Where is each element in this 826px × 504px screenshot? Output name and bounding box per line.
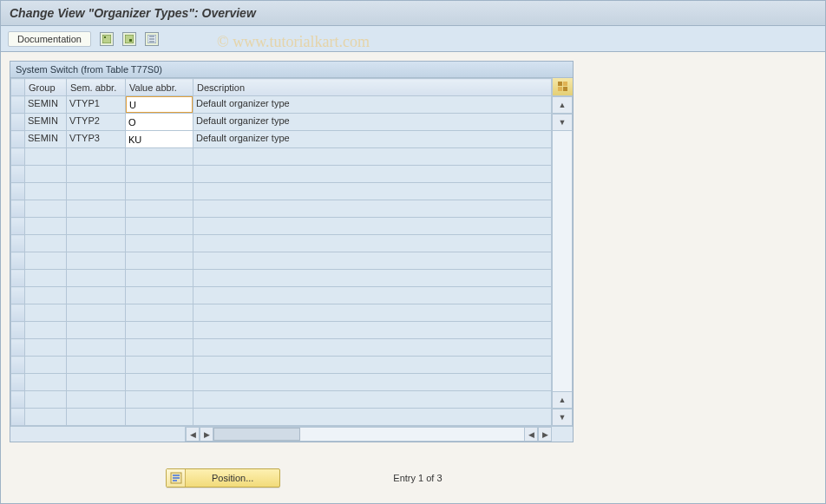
cell-group: SEMIN [25,114,66,130]
entry-counter: Entry 1 of 3 [393,473,442,483]
cell-val-input[interactable] [126,131,193,147]
row-selector[interactable] [11,200,25,218]
svg-rect-0 [102,35,111,43]
hscroll-thumb[interactable] [213,428,300,441]
table-row-empty [11,218,552,235]
bottom-bar: Position... Entry 1 of 3 [166,468,816,488]
watermark-text: © www.tutorialkart.com [217,33,370,51]
row-selector[interactable] [11,183,25,200]
documentation-button[interactable]: Documentation [8,31,91,47]
col-header-desc[interactable]: Description [193,79,552,96]
cell-sem: VTYP2 [67,114,125,130]
row-selector[interactable] [11,287,25,304]
table-row-empty [11,235,552,252]
svg-rect-11 [563,87,567,91]
row-selector[interactable] [11,131,25,148]
table-row-empty [11,200,552,218]
cell-val-input[interactable] [126,114,193,130]
hscroll-spacer [10,427,186,442]
row-selector[interactable] [11,409,25,426]
row-selector[interactable] [11,235,25,252]
page-title: Change View "Organizer Types": Overview [1,1,825,26]
row-selector[interactable] [11,391,25,409]
row-selector[interactable] [11,166,25,183]
table-row-empty [11,391,552,409]
position-button-label: Position... [186,470,279,486]
row-selector[interactable] [11,339,25,357]
svg-rect-9 [563,82,567,86]
cell-sem: VTYP1 [67,96,125,113]
data-table: Group Sem. abbr. Value abbr. Description… [10,78,552,426]
table-panel: System Switch (from Table T77S0) Group S… [10,61,574,442]
row-selector[interactable] [11,374,25,391]
table-row-empty [11,287,552,304]
table-config-icon[interactable] [553,78,573,96]
row-selector[interactable] [11,218,25,235]
table-row-empty [11,409,552,426]
vscroll-up2-icon[interactable]: ▲ [553,391,573,409]
table-row-empty [11,166,552,183]
table-row-empty [11,252,552,270]
svg-rect-10 [558,87,562,91]
col-header-group[interactable]: Group [25,79,67,96]
tool-icon-3[interactable] [145,32,159,46]
cell-desc: Default organizer type [193,131,551,147]
cell-desc: Default organizer type [193,114,551,130]
row-selector[interactable] [11,357,25,374]
cell-group: SEMIN [25,96,66,113]
panel-title: System Switch (from Table T77S0) [10,62,573,78]
svg-rect-3 [129,39,132,42]
vscroll-track[interactable] [553,131,573,391]
cell-group: SEMIN [25,131,66,147]
content-area: System Switch (from Table T77S0) Group S… [1,52,825,503]
vscroll-down-icon[interactable]: ▼ [553,114,573,131]
row-selector[interactable] [11,270,25,287]
vscroll-down2-icon[interactable]: ▼ [553,409,573,426]
svg-rect-14 [173,477,180,479]
col-header-val[interactable]: Value abbr. [126,79,193,96]
hscroll-corner [552,427,573,442]
row-selector[interactable] [11,304,25,322]
cell-desc: Default organizer type [193,96,551,113]
svg-rect-13 [173,475,180,476]
table-row-empty [11,270,552,287]
cell-sem: VTYP3 [67,131,125,147]
vscroll-up-icon[interactable]: ▲ [553,96,573,114]
tool-icon-1[interactable] [100,32,114,46]
top-toolbar: Documentation © www.tutorialkart.com [1,26,825,52]
cell-val-input[interactable] [126,96,193,113]
row-selector[interactable] [11,322,25,339]
table-row-empty [11,339,552,357]
table-row-empty [11,304,552,322]
hscroll-left-icon[interactable]: ▶ [200,427,213,442]
table-row-empty [11,322,552,339]
position-icon [167,469,186,487]
position-button[interactable]: Position... [166,468,280,488]
table-row: SEMIN VTYP3 Default organizer type [11,131,552,148]
svg-rect-1 [104,36,106,38]
row-selector[interactable] [11,96,25,114]
hscroll-track[interactable] [213,427,524,442]
table-row: SEMIN VTYP2 Default organizer type [11,114,552,131]
app-window: Change View "Organizer Types": Overview … [0,0,826,504]
table-row-empty [11,357,552,374]
row-selector[interactable] [11,252,25,270]
table-row-empty [11,374,552,391]
row-selector[interactable] [11,148,25,166]
tool-icon-2[interactable] [122,32,136,46]
col-header-sem[interactable]: Sem. abbr. [67,79,126,96]
table-row-empty [11,183,552,200]
hscroll-last-icon[interactable]: ▶ [538,427,552,442]
table-right-strip: ▲ ▼ ▲ ▼ [552,78,573,426]
select-all-header[interactable] [11,79,25,96]
row-selector[interactable] [11,114,25,131]
table-row-empty [11,148,552,166]
svg-rect-8 [558,82,562,86]
table-row: SEMIN VTYP1 Default organizer type [11,96,552,114]
hscroll-row: ◀ ▶ ◀ ▶ [10,426,573,442]
svg-rect-15 [173,480,177,481]
hscroll-right-icon[interactable]: ◀ [524,427,538,442]
hscroll-first-icon[interactable]: ◀ [186,427,200,442]
